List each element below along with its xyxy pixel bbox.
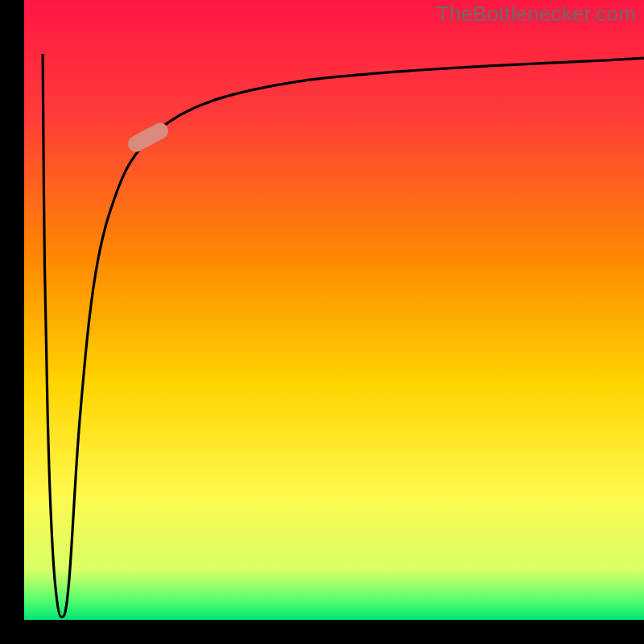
chart-stage: TheBottlenecker.com xyxy=(0,0,644,644)
chart-svg xyxy=(0,0,644,644)
plot-background xyxy=(24,0,644,620)
plot-area xyxy=(0,0,644,644)
